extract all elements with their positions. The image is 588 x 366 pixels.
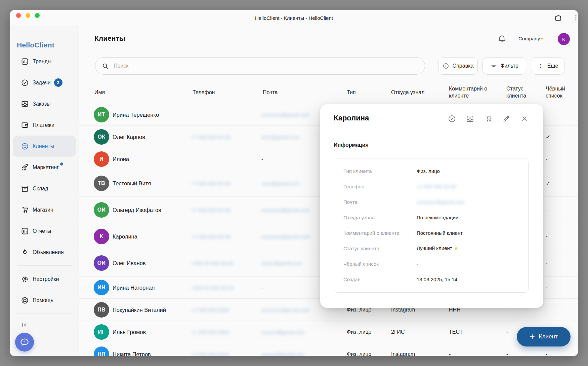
filter-button[interactable]: Фильтр (482, 57, 526, 75)
client-type: Физ. лицо (347, 351, 371, 356)
sidebar-item-payments[interactable]: Платежи (13, 114, 76, 136)
collapse-sidebar-button[interactable] (13, 317, 76, 333)
client-name: Ирина Терещенко (113, 111, 159, 118)
sidebar-item-warehouse[interactable]: Склад (13, 178, 76, 199)
avatar: И (94, 151, 109, 167)
more-button[interactable]: Еще (531, 57, 564, 75)
star-icon: ★ (454, 245, 458, 251)
client-source: Instagram (391, 351, 415, 356)
table-row[interactable]: НП Никита Петров +7 000 000 0000 xxxxxx@… (79, 343, 578, 356)
client-blacklist: - (546, 111, 548, 118)
client-panel-title: Каролина (334, 114, 369, 122)
client-blacklist: - (546, 207, 548, 213)
info-icon (443, 63, 449, 69)
sidebar-divider (17, 265, 72, 266)
panel-field: Телефон +7 000 000 00 00 (334, 179, 528, 194)
collapse-icon (21, 322, 28, 328)
chat-bubble-icon (19, 337, 30, 347)
panel-section-title: Информация (334, 142, 369, 148)
table-row[interactable]: ИГ Илья Громов +7 000 000 0000 xxxxx7@gm… (79, 321, 578, 343)
column-header-name[interactable]: Имя (94, 81, 105, 104)
edit-client-icon[interactable] (502, 114, 511, 123)
sidebar-item-label: Объявления (33, 249, 64, 255)
sidebar-item-clients[interactable]: Клиенты (13, 136, 76, 157)
close-panel-icon[interactable] (520, 114, 529, 123)
field-label: Телефон (343, 184, 417, 189)
column-header-comment[interactable]: Комментарий о клиенте (449, 81, 493, 104)
column-header-blacklist[interactable]: Чёрный список (546, 81, 573, 104)
column-header-status[interactable]: Статус клиента (506, 81, 537, 104)
window-title: HelloClient - Клиенты - HelloClient (10, 10, 578, 26)
user-avatar[interactable]: K (558, 33, 570, 45)
client-info-card: Тип клиента Физ. лицо Телефон +7 000 000… (334, 158, 529, 293)
field-value: По рекомендации (417, 215, 460, 220)
avatar: ИН (94, 280, 109, 295)
tasks-badge: 2 (54, 78, 62, 87)
plus-icon: + (530, 332, 535, 341)
client-mail: xxxxx@gmail.com (261, 260, 302, 266)
column-header-phone[interactable]: Телефон (193, 81, 215, 104)
extensions-icon[interactable] (554, 14, 562, 22)
sidebar-item-label: Склад (33, 186, 48, 192)
field-value: xxxxxxxx@gmail.com (417, 199, 467, 205)
sidebar-item-marketing[interactable]: Маркетинг (13, 157, 76, 178)
search-icon (101, 62, 109, 70)
add-client-button[interactable]: + Клиент (517, 327, 571, 346)
company-menu[interactable]: Company✦ (518, 36, 544, 41)
sidebar-item-label: Платежи (33, 122, 54, 128)
client-phone: +7 000 000 0000 (191, 307, 229, 313)
column-header-mail[interactable]: Почта (263, 81, 278, 104)
panel-field: Почта xxxxxxxx@gmail.com (334, 194, 528, 210)
add-client-label: Клиент (539, 333, 558, 340)
field-value: Физ. лицо (417, 168, 442, 174)
sidebar-item-help[interactable]: Помощь (13, 290, 76, 311)
app-window: HelloClient - Клиенты - HelloClient Hell… (10, 10, 578, 356)
sidebar-item-ads[interactable]: Объявления (13, 242, 76, 263)
client-phone: +7 000 000 0000 (191, 329, 229, 335)
field-label: Статус клиента (343, 246, 417, 251)
sidebar-item-label: Заказы (33, 101, 50, 107)
new-sale-icon[interactable] (484, 114, 493, 123)
support-chat-button[interactable] (15, 333, 34, 352)
sidebar-item-reports[interactable]: Отчеты (13, 220, 76, 242)
field-label: Тип клиента (343, 168, 417, 174)
sidebar-item-settings[interactable]: Настройки (13, 268, 76, 290)
client-phone: +000 00 000 00 00 (191, 260, 234, 266)
browser-menu-icon[interactable] (572, 14, 578, 22)
add-task-icon[interactable] (448, 114, 456, 123)
field-value: Лучший клиент★ (417, 245, 458, 251)
sidebar-divider (17, 314, 72, 314)
client-mail: xxxxxx@gmail.com (261, 351, 305, 356)
sidebar-item-trends[interactable]: Тренды (13, 51, 76, 72)
create-order-icon[interactable] (466, 114, 474, 123)
help-button[interactable]: Справка (438, 57, 478, 75)
client-comment: - (449, 351, 451, 356)
avatar: ИГ (94, 324, 109, 340)
field-label: Комментарий о клиенте (343, 230, 417, 236)
avatar: ОИ (94, 255, 109, 271)
field-value: 13.03.2025, 15:14 (417, 277, 459, 282)
search-input[interactable] (113, 63, 419, 69)
table-header: Имя Телефон Почта Тип Откуда узнал Комме… (79, 81, 578, 104)
client-blacklist: - (546, 351, 548, 356)
sidebar-item-label: Отчеты (33, 228, 51, 234)
sidebar-item-shop[interactable]: Магазин (13, 199, 76, 220)
panel-field: Комментарий о клиенте Постоянный клиент (334, 225, 528, 241)
column-header-type[interactable]: Тип (347, 81, 356, 104)
client-status: - (506, 329, 508, 335)
inbox-in-icon (21, 100, 29, 108)
kebab-icon (537, 63, 544, 69)
client-name: Каролина (113, 233, 137, 240)
client-blacklist: - (546, 306, 548, 313)
client-name: Илона (113, 156, 129, 162)
avatar: ИТ (94, 107, 109, 122)
client-phone: +7 000 000 00 00 (191, 181, 230, 186)
sidebar-item-tasks[interactable]: Задачи 2 (13, 72, 76, 93)
client-detail-panel: Каролина Информация Тип клиента Физ. лиц… (320, 104, 543, 308)
sidebar-item-orders[interactable]: Заказы (13, 93, 76, 114)
notifications-bell-icon[interactable] (497, 34, 506, 43)
sidebar-item-label: Тренды (33, 59, 51, 65)
avatar: НП (94, 346, 109, 356)
client-name: Олег Иванов (113, 260, 146, 266)
column-header-source[interactable]: Откуда узнал (391, 81, 425, 104)
